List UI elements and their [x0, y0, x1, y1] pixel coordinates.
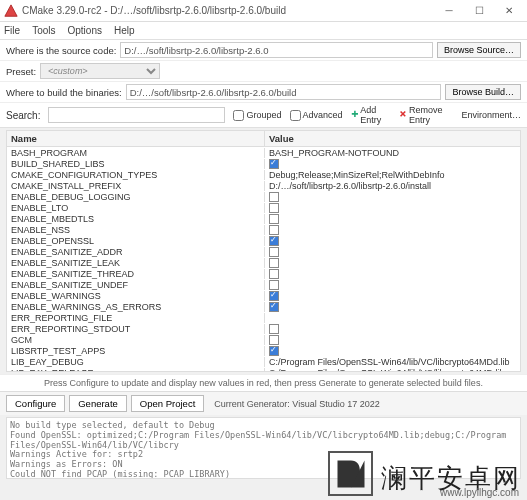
- checkbox-icon[interactable]: [269, 291, 279, 301]
- advanced-checkbox[interactable]: Advanced: [290, 110, 343, 121]
- remove-entry-button[interactable]: Remove Entry: [399, 105, 453, 125]
- cell-name[interactable]: LIBSRTP_TEST_APPS: [7, 346, 265, 356]
- checkbox-icon[interactable]: [269, 335, 279, 345]
- checkbox-icon[interactable]: [269, 269, 279, 279]
- checkbox-icon[interactable]: [269, 159, 279, 169]
- header-name[interactable]: Name: [7, 131, 265, 146]
- preset-select[interactable]: <custom>: [40, 63, 160, 79]
- build-input[interactable]: [126, 84, 442, 100]
- cell-value[interactable]: D:/…/soft/libsrtp-2.6.0/libsrtp-2.6.0/in…: [265, 181, 520, 191]
- open-project-button[interactable]: Open Project: [131, 395, 204, 412]
- cell-value[interactable]: [265, 346, 520, 356]
- checkbox-icon[interactable]: [269, 214, 279, 224]
- cell-value[interactable]: [265, 192, 520, 202]
- checkbox-icon[interactable]: [269, 225, 279, 235]
- checkbox-icon[interactable]: [269, 247, 279, 257]
- table-row[interactable]: BUILD_SHARED_LIBS: [7, 158, 520, 169]
- checkbox-icon[interactable]: [269, 203, 279, 213]
- cell-name[interactable]: ENABLE_SANITIZE_UNDEF: [7, 280, 265, 290]
- cell-name[interactable]: BUILD_SHARED_LIBS: [7, 159, 265, 169]
- menu-options[interactable]: Options: [67, 25, 101, 36]
- table-row[interactable]: ENABLE_SANITIZE_LEAK: [7, 257, 520, 268]
- cell-name[interactable]: ENABLE_DEBUG_LOGGING: [7, 192, 265, 202]
- checkbox-icon[interactable]: [269, 236, 279, 246]
- cell-name[interactable]: ENABLE_SANITIZE_LEAK: [7, 258, 265, 268]
- cell-value[interactable]: [265, 258, 520, 268]
- menu-tools[interactable]: Tools: [32, 25, 55, 36]
- cell-value[interactable]: [265, 203, 520, 213]
- cell-value[interactable]: [265, 269, 520, 279]
- cell-value[interactable]: [265, 225, 520, 235]
- checkbox-icon[interactable]: [269, 280, 279, 290]
- log-output[interactable]: No build type selected, default to Debug…: [6, 417, 521, 479]
- checkbox-icon[interactable]: [269, 302, 279, 312]
- minimize-button[interactable]: ─: [435, 2, 463, 20]
- cell-value[interactable]: [265, 291, 520, 301]
- table-row[interactable]: ENABLE_SANITIZE_UNDEF: [7, 279, 520, 290]
- table-row[interactable]: CMAKE_CONFIGURATION_TYPESDebug;Release;M…: [7, 169, 520, 180]
- table-row[interactable]: ERR_REPORTING_FILE: [7, 312, 520, 323]
- cell-value[interactable]: Debug;Release;MinSizeRel;RelWithDebInfo: [265, 170, 520, 180]
- table-row[interactable]: ENABLE_LTO: [7, 202, 520, 213]
- browse-source-button[interactable]: Browse Source…: [437, 42, 521, 58]
- cell-value[interactable]: [265, 214, 520, 224]
- table-row[interactable]: LIB_EAY_RELEASEC:/Program Files/OpenSSL-…: [7, 367, 520, 372]
- cell-name[interactable]: LIB_EAY_RELEASE: [7, 368, 265, 373]
- table-row[interactable]: LIB_EAY_DEBUGC:/Program Files/OpenSSL-Wi…: [7, 356, 520, 367]
- grouped-checkbox[interactable]: Grouped: [233, 110, 281, 121]
- cell-name[interactable]: ENABLE_NSS: [7, 225, 265, 235]
- table-row[interactable]: ENABLE_OPENSSL: [7, 235, 520, 246]
- table-row[interactable]: ENABLE_SANITIZE_THREAD: [7, 268, 520, 279]
- table-row[interactable]: BASH_PROGRAMBASH_PROGRAM-NOTFOUND: [7, 147, 520, 158]
- checkbox-icon[interactable]: [269, 258, 279, 268]
- add-entry-button[interactable]: Add Entry: [351, 105, 392, 125]
- cell-name[interactable]: ENABLE_SANITIZE_ADDR: [7, 247, 265, 257]
- table-row[interactable]: ENABLE_MBEDTLS: [7, 213, 520, 224]
- table-row[interactable]: ENABLE_WARNINGS: [7, 290, 520, 301]
- menu-file[interactable]: File: [4, 25, 20, 36]
- cell-name[interactable]: ENABLE_WARNINGS_AS_ERRORS: [7, 302, 265, 312]
- cell-value[interactable]: [265, 159, 520, 169]
- cell-value[interactable]: [265, 236, 520, 246]
- menu-help[interactable]: Help: [114, 25, 135, 36]
- cell-name[interactable]: ENABLE_MBEDTLS: [7, 214, 265, 224]
- cell-value[interactable]: [265, 302, 520, 312]
- table-row[interactable]: CMAKE_INSTALL_PREFIXD:/…/soft/libsrtp-2.…: [7, 180, 520, 191]
- table-row[interactable]: ENABLE_SANITIZE_ADDR: [7, 246, 520, 257]
- cell-value[interactable]: [265, 247, 520, 257]
- search-input[interactable]: [48, 107, 225, 123]
- configure-button[interactable]: Configure: [6, 395, 65, 412]
- cell-value[interactable]: [265, 335, 520, 345]
- browse-build-button[interactable]: Browse Build…: [445, 84, 521, 100]
- cell-name[interactable]: GCM: [7, 335, 265, 345]
- generate-button[interactable]: Generate: [69, 395, 127, 412]
- cell-name[interactable]: ERR_REPORTING_STDOUT: [7, 324, 265, 334]
- table-row[interactable]: ENABLE_WARNINGS_AS_ERRORS: [7, 301, 520, 312]
- table-row[interactable]: LIBSRTP_TEST_APPS: [7, 345, 520, 356]
- header-value[interactable]: Value: [265, 131, 520, 146]
- cell-value[interactable]: C:/Program Files/OpenSSL-Win64/lib/VC/li…: [265, 357, 520, 367]
- checkbox-icon[interactable]: [269, 192, 279, 202]
- cell-name[interactable]: LIB_EAY_DEBUG: [7, 357, 265, 367]
- close-button[interactable]: ✕: [495, 2, 523, 20]
- table-row[interactable]: ENABLE_NSS: [7, 224, 520, 235]
- cell-name[interactable]: ENABLE_WARNINGS: [7, 291, 265, 301]
- cell-value[interactable]: [265, 280, 520, 290]
- cell-name[interactable]: BASH_PROGRAM: [7, 148, 265, 158]
- environment-button[interactable]: Environment…: [461, 110, 521, 120]
- maximize-button[interactable]: ☐: [465, 2, 493, 20]
- table-row[interactable]: GCM: [7, 334, 520, 345]
- cell-value[interactable]: BASH_PROGRAM-NOTFOUND: [265, 148, 520, 158]
- cell-name[interactable]: CMAKE_CONFIGURATION_TYPES: [7, 170, 265, 180]
- cell-name[interactable]: ERR_REPORTING_FILE: [7, 313, 265, 323]
- table-row[interactable]: ENABLE_DEBUG_LOGGING: [7, 191, 520, 202]
- cell-name[interactable]: ENABLE_SANITIZE_THREAD: [7, 269, 265, 279]
- cell-name[interactable]: ENABLE_LTO: [7, 203, 265, 213]
- checkbox-icon[interactable]: [269, 346, 279, 356]
- cell-value[interactable]: C:/Program Files/OpenSSL-Win64/lib/VC/li…: [265, 368, 520, 373]
- checkbox-icon[interactable]: [269, 324, 279, 334]
- table-row[interactable]: ERR_REPORTING_STDOUT: [7, 323, 520, 334]
- cell-value[interactable]: [265, 324, 520, 334]
- cell-name[interactable]: CMAKE_INSTALL_PREFIX: [7, 181, 265, 191]
- source-input[interactable]: [120, 42, 433, 58]
